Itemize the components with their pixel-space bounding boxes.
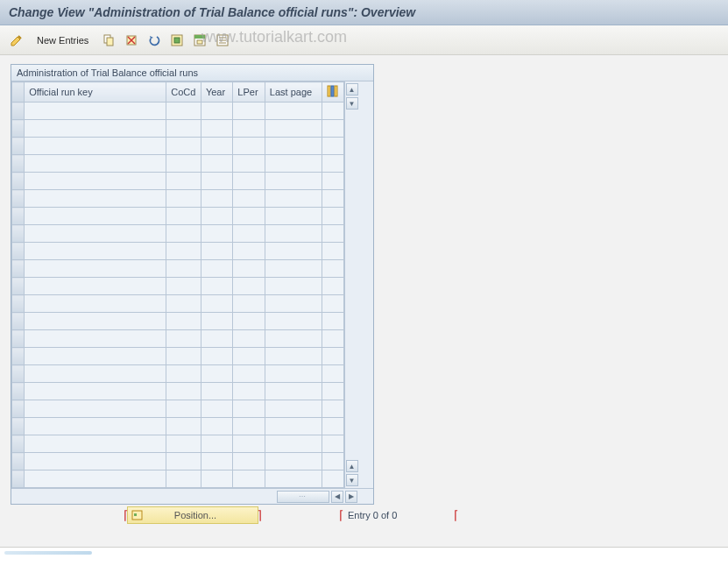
cell-cocd[interactable] [166,435,201,453]
cell-last[interactable] [265,120,322,138]
cell-year[interactable] [201,330,232,348]
cell-year[interactable] [201,400,232,418]
row-selector[interactable] [12,383,25,400]
cell-key[interactable] [25,260,166,278]
cell-lper[interactable] [233,208,265,225]
row-selector[interactable] [12,330,25,348]
scroll-up-icon[interactable]: ▲ [346,83,358,96]
cell-year[interactable] [201,243,232,260]
cell-cocd[interactable] [166,120,201,138]
cell-cocd[interactable] [166,400,201,418]
row-selector[interactable] [12,365,25,383]
col-header-key[interactable]: Official run key [25,82,166,103]
cell-key[interactable] [25,418,166,435]
cell-last[interactable] [265,138,322,155]
cell-year[interactable] [201,313,232,330]
cell-cocd[interactable] [166,383,201,400]
cell-lper[interactable] [233,348,265,365]
cell-lper[interactable] [233,313,265,330]
cell-key[interactable] [25,383,166,400]
row-selector[interactable] [12,173,25,190]
row-selector[interactable] [12,155,25,173]
scroll-up2-icon[interactable]: ▲ [346,460,358,472]
cell-last[interactable] [265,365,322,383]
cell-last[interactable] [265,295,322,313]
cell-key[interactable] [25,278,166,295]
cell-last[interactable] [265,173,322,190]
cell-lper[interactable] [233,138,265,155]
col-header-year[interactable]: Year [201,82,232,103]
cell-lper[interactable] [233,225,265,243]
row-selector[interactable] [12,120,25,138]
cell-lper[interactable] [233,470,265,488]
cell-key[interactable] [25,453,166,470]
cell-cocd[interactable] [166,155,201,173]
configure-columns-icon[interactable] [322,82,343,103]
cell-lper[interactable] [233,435,265,453]
row-selector[interactable] [12,418,25,435]
cell-lper[interactable] [233,365,265,383]
cell-key[interactable] [25,365,166,383]
cell-last[interactable] [265,225,322,243]
cell-cocd[interactable] [166,225,201,243]
undo-icon[interactable] [145,31,164,50]
cell-key[interactable] [25,295,166,313]
cell-lper[interactable] [233,453,265,470]
cell-lper[interactable] [233,173,265,190]
cell-year[interactable] [201,208,232,225]
cell-last[interactable] [265,470,322,488]
cell-cocd[interactable] [166,365,201,383]
cell-cocd[interactable] [166,208,201,225]
cell-lper[interactable] [233,243,265,260]
delete-icon[interactable] [122,31,141,50]
cell-year[interactable] [201,470,232,488]
row-selector[interactable] [12,453,25,470]
cell-year[interactable] [201,383,232,400]
cell-year[interactable] [201,365,232,383]
col-header-lper[interactable]: LPer [233,82,265,103]
row-selector[interactable] [12,400,25,418]
cell-last[interactable] [265,243,322,260]
scroll-down2-icon[interactable]: ▼ [346,474,358,486]
cell-year[interactable] [201,295,232,313]
select-all-icon[interactable] [167,31,187,50]
cell-key[interactable] [25,138,166,155]
deselect-all-icon[interactable] [190,31,209,50]
cell-lper[interactable] [233,383,265,400]
cell-last[interactable] [265,260,322,278]
scroll-down-icon[interactable]: ▼ [346,97,358,110]
cell-last[interactable] [265,383,322,400]
cell-last[interactable] [265,190,322,208]
select-all-rows[interactable] [12,82,25,103]
row-selector[interactable] [12,470,25,488]
vertical-scrollbar[interactable]: ▲ ▼ ▲ ▼ [344,81,358,488]
row-selector[interactable] [12,103,25,120]
cell-key[interactable] [25,173,166,190]
row-selector[interactable] [12,295,25,313]
cell-cocd[interactable] [166,243,201,260]
cell-cocd[interactable] [166,348,201,365]
cell-cocd[interactable] [166,138,201,155]
cell-year[interactable] [201,453,232,470]
row-selector[interactable] [12,435,25,453]
cell-key[interactable] [25,435,166,453]
row-selector[interactable] [12,208,25,225]
cell-last[interactable] [265,278,322,295]
cell-lper[interactable] [233,190,265,208]
cell-year[interactable] [201,173,232,190]
cell-last[interactable] [265,330,322,348]
cell-last[interactable] [265,348,322,365]
row-selector[interactable] [12,260,25,278]
cell-key[interactable] [25,208,166,225]
new-entries-button[interactable]: New Entries [30,32,95,48]
cell-lper[interactable] [233,155,265,173]
row-selector[interactable] [12,243,25,260]
cell-last[interactable] [265,400,322,418]
row-selector[interactable] [12,278,25,295]
cell-lper[interactable] [233,120,265,138]
cell-key[interactable] [25,103,166,120]
cell-year[interactable] [201,138,232,155]
cell-cocd[interactable] [166,295,201,313]
cell-cocd[interactable] [166,173,201,190]
cell-year[interactable] [201,190,232,208]
